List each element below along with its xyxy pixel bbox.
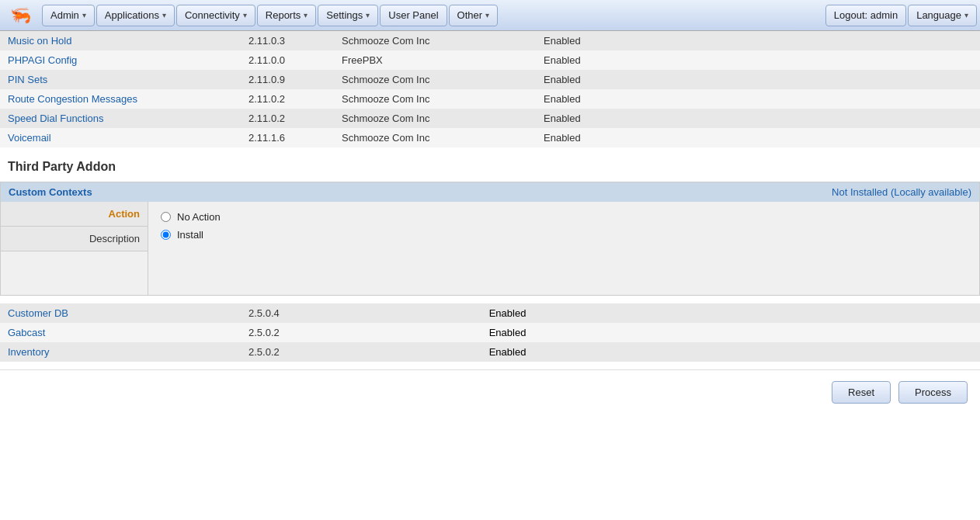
nav-admin[interactable]: Admin ▾ [42, 5, 95, 26]
table-row: Speed Dial Functions 2.11.0.2 Schmooze C… [0, 109, 980, 128]
module-author: FreePBX [334, 50, 536, 70]
footer-bar: Reset Process [0, 369, 980, 414]
addon-main: No Action Install [148, 202, 979, 295]
module-version: 2.11.0.2 [241, 109, 334, 128]
table-row: Gabcast 2.5.0.2 Enabled [0, 323, 980, 342]
addon-name: Custom Contexts [9, 186, 92, 198]
sidebar-description-label: Description [1, 227, 148, 251]
module-name[interactable]: Speed Dial Functions [0, 109, 241, 128]
nav-userpanel-label: User Panel [388, 9, 438, 21]
thirdparty-table: Customer DB 2.5.0.4 Enabled Gabcast 2.5.… [0, 303, 980, 362]
table-row: Voicemail 2.11.1.6 Schmooze Com Inc Enab… [0, 128, 980, 147]
main-content: Music on Hold 2.11.0.3 Schmooze Com Inc … [0, 31, 980, 422]
tp-module-col3 [334, 342, 481, 362]
radio-install-input[interactable] [161, 230, 171, 240]
module-name[interactable]: PIN Sets [0, 70, 241, 89]
module-status: Enabled [536, 50, 980, 70]
nav-reports-label: Reports [266, 9, 301, 21]
table-row: PHPAGI Config 2.11.0.0 FreePBX Enabled [0, 50, 980, 70]
nav-other[interactable]: Other ▾ [449, 5, 499, 26]
radio-install-label[interactable]: Install [177, 229, 203, 241]
module-name[interactable]: Route Congestion Messages [0, 89, 241, 109]
tp-module-status: Enabled [481, 323, 980, 342]
nav-applications-arrow: ▾ [162, 11, 166, 19]
module-status: Enabled [536, 89, 980, 109]
module-status: Enabled [536, 109, 980, 128]
logo-icon: 🦐 [3, 2, 37, 29]
tp-module-name[interactable]: Customer DB [0, 303, 241, 323]
nav-logout-label: Logout: admin [834, 9, 898, 21]
addon-sidebar: Action Description [1, 202, 148, 295]
nav-reports[interactable]: Reports ▾ [257, 5, 317, 26]
module-version: 2.11.0.9 [241, 70, 334, 89]
tp-module-status: Enabled [481, 303, 980, 323]
tp-module-status: Enabled [481, 342, 980, 362]
nav-connectivity-arrow: ▾ [243, 11, 247, 19]
module-version: 2.11.0.0 [241, 50, 334, 70]
module-author: Schmooze Com Inc [334, 70, 536, 89]
tp-module-version: 2.5.0.2 [241, 342, 334, 362]
nav-reports-arrow: ▾ [304, 11, 308, 19]
tp-module-col3 [334, 323, 481, 342]
table-row: Route Congestion Messages 2.11.0.2 Schmo… [0, 89, 980, 109]
addon-body: Action Description No Action Install [1, 202, 979, 295]
nav-settings-arrow: ▾ [366, 11, 370, 19]
nav-logout[interactable]: Logout: admin [825, 5, 906, 26]
nav-language[interactable]: Language ▾ [908, 5, 977, 26]
nav-connectivity-label: Connectivity [185, 9, 240, 21]
nav-other-arrow: ▾ [485, 11, 489, 19]
nav-connectivity[interactable]: Connectivity ▾ [176, 5, 255, 26]
tp-module-version: 2.5.0.2 [241, 323, 334, 342]
table-row: Inventory 2.5.0.2 Enabled [0, 342, 980, 362]
module-author: Schmooze Com Inc [334, 89, 536, 109]
nav-settings[interactable]: Settings ▾ [318, 5, 378, 26]
nav-admin-arrow: ▾ [82, 11, 86, 19]
module-name[interactable]: Music on Hold [0, 31, 241, 50]
module-author: Schmooze Com Inc [334, 128, 536, 147]
table-row: PIN Sets 2.11.0.9 Schmooze Com Inc Enabl… [0, 70, 980, 89]
tp-module-col3 [334, 303, 481, 323]
process-button[interactable]: Process [898, 381, 968, 404]
radio-no-action-label[interactable]: No Action [177, 211, 221, 223]
nav-applications-label: Applications [105, 9, 159, 21]
module-author: Schmooze Com Inc [334, 109, 536, 128]
sidebar-action-label: Action [1, 202, 148, 227]
tp-module-name[interactable]: Gabcast [0, 323, 241, 342]
module-status: Enabled [536, 31, 980, 50]
radio-install: Install [161, 226, 967, 244]
nav-language-label: Language [916, 9, 961, 21]
module-name[interactable]: Voicemail [0, 128, 241, 147]
navbar: 🦐 Admin ▾ Applications ▾ Connectivity ▾ … [0, 0, 980, 31]
module-name[interactable]: PHPAGI Config [0, 50, 241, 70]
module-status: Enabled [536, 128, 980, 147]
module-status: Enabled [536, 70, 980, 89]
nav-language-arrow: ▾ [964, 11, 968, 19]
tp-module-name[interactable]: Inventory [0, 342, 241, 362]
addon-status: Not Installed (Locally available) [832, 186, 971, 198]
module-version: 2.11.0.3 [241, 31, 334, 50]
radio-no-action: No Action [161, 208, 967, 226]
module-version: 2.11.0.2 [241, 89, 334, 109]
reset-button[interactable]: Reset [832, 381, 891, 404]
addon-header: Custom Contexts Not Installed (Locally a… [1, 182, 979, 202]
table-row: Music on Hold 2.11.0.3 Schmooze Com Inc … [0, 31, 980, 50]
nav-applications[interactable]: Applications ▾ [96, 5, 175, 26]
module-author: Schmooze Com Inc [334, 31, 536, 50]
addon-block: Custom Contexts Not Installed (Locally a… [0, 182, 980, 296]
tp-module-version: 2.5.0.4 [241, 303, 334, 323]
table-row: Customer DB 2.5.0.4 Enabled [0, 303, 980, 323]
nav-admin-label: Admin [50, 9, 79, 21]
nav-userpanel[interactable]: User Panel [380, 5, 447, 26]
nav-settings-label: Settings [326, 9, 363, 21]
module-version: 2.11.1.6 [241, 128, 334, 147]
radio-no-action-input[interactable] [161, 212, 171, 222]
module-table: Music on Hold 2.11.0.3 Schmooze Com Inc … [0, 31, 980, 147]
third-party-heading: Third Party Addon [0, 147, 980, 182]
nav-other-label: Other [457, 9, 483, 21]
